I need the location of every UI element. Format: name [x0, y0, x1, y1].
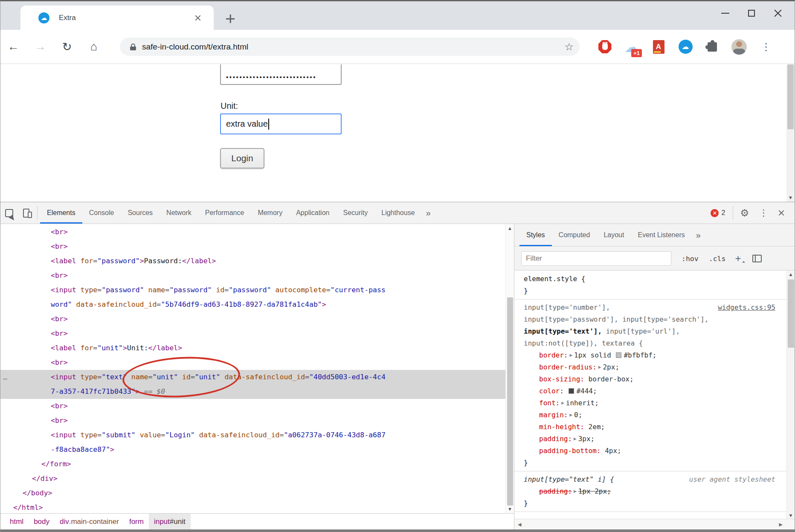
css-property[interactable]: min-height: 2em;: [514, 421, 786, 433]
expand-icon[interactable]: ▶: [574, 433, 577, 445]
lock-icon[interactable]: [130, 44, 136, 50]
css-property[interactable]: border-radius:▶2px;: [514, 361, 786, 373]
unit-input[interactable]: extra value: [220, 113, 342, 134]
browser-tab[interactable]: ☁ Extra: [20, 6, 214, 30]
scroll-left-icon[interactable]: ◀: [518, 519, 521, 529]
elements-scrollbar[interactable]: ▲ ▼: [505, 224, 514, 513]
stylesheet-link[interactable]: widgets.css:95: [718, 302, 782, 314]
dom-tree-line[interactable]: <br>: [0, 239, 505, 254]
dictionary-extension-icon[interactable]: A: [650, 38, 667, 56]
profile-avatar[interactable]: [731, 38, 748, 56]
css-property[interactable]: margin:▶0;: [514, 409, 786, 421]
page-scrollbar-thumb[interactable]: [787, 64, 794, 129]
devtools-settings-icon[interactable]: ⚙: [735, 207, 754, 219]
css-property[interactable]: box-sizing: border-box;: [514, 373, 786, 385]
home-button[interactable]: ⌂: [85, 38, 102, 55]
devtools-tab-security[interactable]: Security: [336, 202, 374, 224]
css-selector[interactable]: input:not([type]), textarea {: [514, 337, 786, 349]
dom-tree-line[interactable]: …<input type="text" name="unit" id="unit…: [0, 370, 505, 384]
devtools-tab-performance[interactable]: Performance: [198, 202, 251, 224]
css-selector[interactable]: input[type='text'], input[type='url'],: [514, 326, 786, 337]
dom-tree-line[interactable]: <br>: [0, 268, 505, 283]
dom-tree-line[interactable]: word" data-safeincloud_id="5b746df9-ad63…: [0, 297, 505, 312]
sidebar-more-tabs-icon[interactable]: »: [692, 224, 705, 246]
close-button[interactable]: [765, 1, 791, 25]
breadcrumb-item[interactable]: body: [29, 514, 55, 529]
css-property[interactable]: font:▶inherit;: [514, 397, 786, 409]
sidebar-toggle-icon[interactable]: [752, 255, 762, 262]
dom-tree-line[interactable]: </html>: [0, 500, 505, 513]
line-options-icon[interactable]: …: [3, 370, 8, 384]
expand-icon[interactable]: ▶: [569, 409, 572, 421]
css-selector[interactable]: }: [514, 457, 786, 469]
devtools-tab-elements[interactable]: Elements: [40, 202, 82, 224]
error-badge[interactable]: ✕ 2: [711, 209, 725, 217]
sidebar-tab-styles[interactable]: Styles: [519, 224, 552, 246]
scroll-up-icon[interactable]: ▲: [506, 226, 514, 231]
element-classes-toggle[interactable]: .cls: [709, 255, 726, 263]
dom-tree-line[interactable]: <label for="password">Password:</label>: [0, 254, 505, 268]
styles-scrollbar[interactable]: ▲ ▼: [786, 271, 795, 519]
chrome-menu-icon[interactable]: ⋮: [757, 38, 775, 56]
styles-filter-input[interactable]: [521, 251, 671, 266]
forward-button[interactable]: →: [32, 38, 49, 55]
breadcrumb-item[interactable]: form: [124, 514, 149, 529]
scroll-right-icon[interactable]: ▶: [779, 519, 783, 529]
color-swatch[interactable]: [616, 352, 621, 358]
breadcrumb-item[interactable]: input#unit: [149, 514, 191, 529]
breadcrumb-item[interactable]: html: [5, 514, 29, 529]
extensions-puzzle-icon[interactable]: [704, 38, 721, 56]
expand-icon[interactable]: ▶: [574, 485, 577, 497]
css-property[interactable]: padding-bottom: 4px;: [514, 445, 786, 457]
elements-scrollbar-thumb[interactable]: [507, 297, 513, 506]
tab-close-icon[interactable]: [193, 13, 203, 23]
dom-tree-line[interactable]: -f8acba8ace87">: [0, 442, 505, 457]
devtools-tab-console[interactable]: Console: [82, 202, 121, 224]
login-button[interactable]: Login: [220, 148, 264, 169]
css-selector[interactable]: element.style {: [514, 273, 786, 285]
reload-button[interactable]: ↻: [58, 38, 75, 55]
css-property[interactable]: border:▶1px solid #bfbfbf;: [514, 349, 786, 361]
dom-tree-line[interactable]: <br>: [0, 225, 505, 239]
devtools-tab-lighthouse[interactable]: Lighthouse: [374, 202, 421, 224]
sidebar-tab-layout[interactable]: Layout: [597, 224, 631, 246]
devtools-tab-memory[interactable]: Memory: [251, 202, 289, 224]
dom-tree-line[interactable]: <label for="unit">Unit:</label>: [0, 341, 505, 355]
new-tab-button[interactable]: [224, 12, 237, 25]
styles-horizontal-scrollbar[interactable]: ◀ ▶: [514, 519, 795, 529]
styles-scrollbar-thumb[interactable]: [788, 279, 794, 348]
page-scrollbar[interactable]: ▼: [786, 64, 795, 202]
dom-tree-line[interactable]: <br>: [0, 355, 505, 370]
css-selector[interactable]: input[type='number'],widgets.css:95: [514, 302, 786, 314]
devtools-menu-icon[interactable]: ⋮: [754, 208, 773, 218]
bookmark-star-icon[interactable]: ☆: [564, 41, 574, 53]
expand-icon[interactable]: ▶: [561, 397, 564, 409]
new-style-rule-icon[interactable]: +: [735, 253, 741, 264]
dom-tree-line[interactable]: <br>: [0, 326, 505, 341]
css-selector[interactable]: }: [514, 285, 786, 297]
password-input[interactable]: •••••••••••••••••••••••••••: [220, 64, 342, 85]
dom-tree-line[interactable]: 7-a357-417fc71b0433"> == $0: [0, 384, 505, 399]
url-text[interactable]: safe-in-cloud.com/t/extra.html: [142, 42, 248, 52]
pseudo-state-toggle[interactable]: :hov: [682, 255, 699, 263]
css-property[interactable]: color: #444;: [514, 385, 786, 397]
devtools-close-icon[interactable]: [777, 208, 786, 218]
css-selector[interactable]: }: [514, 497, 786, 509]
expand-icon[interactable]: ▶: [569, 349, 572, 361]
inspect-element-icon[interactable]: [0, 202, 17, 224]
more-tabs-icon[interactable]: »: [422, 202, 435, 224]
dom-tree-line[interactable]: </body>: [0, 486, 505, 500]
dom-tree-line[interactable]: <br>: [0, 399, 505, 413]
color-swatch[interactable]: [569, 388, 574, 394]
dom-tree-line[interactable]: </form>: [0, 457, 505, 471]
css-selector[interactable]: input[type='password'], input[type='sear…: [514, 314, 786, 326]
dom-tree-line[interactable]: <br>: [0, 413, 505, 428]
scroll-down-icon[interactable]: ▼: [786, 195, 795, 200]
back-button[interactable]: ←: [5, 38, 22, 55]
adblock-extension-icon[interactable]: [596, 38, 613, 56]
breadcrumb-item[interactable]: div.main-container: [55, 514, 124, 529]
maximize-button[interactable]: [738, 1, 765, 25]
scroll-down-icon[interactable]: ▼: [787, 513, 795, 518]
devtools-tab-sources[interactable]: Sources: [121, 202, 160, 224]
css-property[interactable]: padding:▶3px;: [514, 433, 786, 445]
